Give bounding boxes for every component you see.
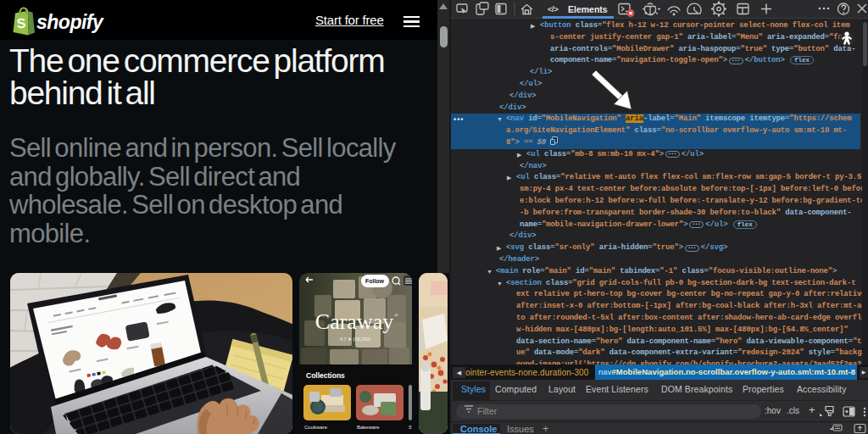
svg-text:4.7 ★ (56,230): 4.7 ★ (56,230) [340, 337, 370, 342]
svg-text:Cookware: Cookware [304, 425, 328, 430]
svg-text:Caraway: Caraway [315, 309, 393, 334]
svg-text:Collections: Collections [306, 371, 345, 380]
svg-text:S: S [16, 16, 26, 31]
svg-text:St: St [409, 425, 412, 430]
svg-text:Bakeware: Bakeware [357, 425, 380, 430]
svg-text:Follow: Follow [365, 278, 385, 284]
svg-text:®: ® [394, 313, 398, 318]
